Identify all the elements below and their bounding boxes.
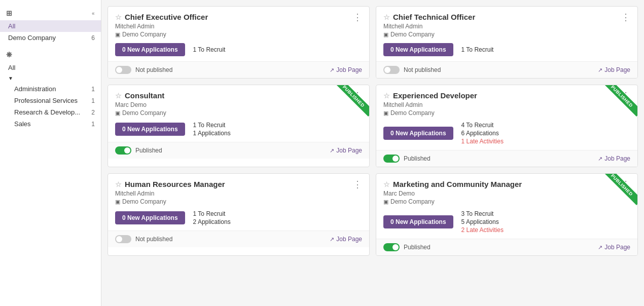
star-icon[interactable]: ☆ bbox=[383, 180, 390, 188]
toggle-area: Published bbox=[383, 243, 431, 251]
job-title: Marketing and Community Manager bbox=[393, 180, 522, 188]
job-title: Chief Executive Officer bbox=[125, 13, 208, 21]
company-building-icon: ▣ bbox=[115, 110, 120, 117]
external-link-icon: ↗ bbox=[330, 67, 334, 73]
more-options-icon[interactable]: ⋮ bbox=[621, 91, 630, 100]
card-body: ☆ Marketing and Community Manager ⋮ Marc… bbox=[376, 174, 637, 239]
card-body: ☆ Experienced Developer ⋮ Mitchell Admin… bbox=[376, 85, 637, 150]
sidebar-item-demo-company[interactable]: Demo Company 6 bbox=[0, 32, 101, 44]
more-options-icon[interactable]: ⋮ bbox=[353, 13, 362, 22]
publish-toggle[interactable] bbox=[115, 146, 131, 155]
more-options-icon[interactable]: ⋮ bbox=[353, 180, 362, 189]
external-link-icon: ↗ bbox=[330, 147, 334, 154]
job-page-label: Job Page bbox=[336, 236, 362, 243]
company-icon: ⊞ bbox=[6, 9, 13, 17]
company-section: ⊞ « All Demo Company 6 bbox=[0, 6, 101, 44]
publish-toggle[interactable] bbox=[115, 235, 131, 243]
job-page-link[interactable]: ↗ Job Page bbox=[330, 147, 362, 154]
more-options-icon[interactable]: ⋮ bbox=[621, 180, 630, 189]
toggle-label: Published bbox=[135, 147, 162, 154]
demo-company-label: Demo Company bbox=[8, 34, 91, 42]
job-page-link[interactable]: ↗ Job Page bbox=[330, 236, 362, 243]
new-applications-button[interactable]: 0 New Applications bbox=[383, 127, 453, 140]
publish-toggle[interactable] bbox=[383, 155, 400, 163]
card-footer: Not published ↗ Job Page bbox=[376, 61, 637, 78]
publish-toggle[interactable] bbox=[383, 243, 400, 251]
card-stats: 1 To Recruit bbox=[461, 46, 494, 53]
sidebar-group-management[interactable]: ▼ bbox=[0, 73, 101, 83]
company-building-icon: ▣ bbox=[115, 199, 120, 205]
job-card-consultant: PUBLISHED ☆ Consultant ⋮ Marc Demo ▣ Dem… bbox=[108, 85, 370, 167]
publish-toggle[interactable] bbox=[115, 66, 131, 74]
more-options-icon[interactable]: ⋮ bbox=[621, 13, 630, 22]
sidebar: ⊞ « All Demo Company 6 ❋ All ▼ Administr… bbox=[0, 0, 101, 306]
card-footer: Published ↗ Job Page bbox=[376, 239, 637, 255]
to-recruit: 1 To Recruit bbox=[193, 210, 231, 217]
card-body: ☆ Human Resources Manager ⋮ Mitchell Adm… bbox=[108, 174, 369, 231]
card-company: ▣ Demo Company bbox=[383, 31, 630, 38]
research-count: 2 bbox=[91, 109, 95, 116]
applications: 1 Applications bbox=[193, 130, 231, 137]
card-person: Mitchell Admin bbox=[115, 23, 362, 30]
card-actions: 0 New Applications 4 To Recruit 6 Applic… bbox=[383, 122, 630, 145]
star-icon[interactable]: ☆ bbox=[115, 180, 122, 188]
card-actions: 0 New Applications 1 To Recruit 2 Applic… bbox=[115, 210, 362, 225]
job-page-link[interactable]: ↗ Job Page bbox=[330, 66, 362, 73]
applications: 5 Applications bbox=[461, 218, 504, 225]
card-footer: Published ↗ Job Page bbox=[108, 142, 369, 159]
sidebar-item-research[interactable]: Research & Develop... 2 bbox=[0, 106, 101, 118]
more-options-icon[interactable]: ⋮ bbox=[353, 91, 362, 100]
job-page-link[interactable]: ↗ Job Page bbox=[598, 66, 630, 73]
job-page-link[interactable]: ↗ Job Page bbox=[598, 155, 630, 162]
company-name: Demo Company bbox=[122, 109, 166, 117]
toggle-label: Not published bbox=[135, 66, 172, 73]
star-icon[interactable]: ☆ bbox=[383, 13, 390, 21]
sidebar-item-sales[interactable]: Sales 1 bbox=[0, 118, 101, 130]
card-title: ☆ Experienced Developer bbox=[383, 91, 477, 100]
star-icon[interactable]: ☆ bbox=[115, 13, 122, 21]
collapse-icon[interactable]: « bbox=[92, 11, 95, 16]
card-company: ▣ Demo Company bbox=[115, 198, 362, 205]
card-company: ▣ Demo Company bbox=[115, 31, 362, 38]
sidebar-item-all-department[interactable]: All bbox=[0, 62, 101, 73]
toggle-area: Not published bbox=[115, 66, 172, 74]
star-icon[interactable]: ☆ bbox=[383, 92, 390, 100]
job-card-marketing: PUBLISHED ☆ Marketing and Community Mana… bbox=[376, 173, 638, 256]
company-section-header: ⊞ « bbox=[0, 6, 101, 20]
new-applications-button[interactable]: 0 New Applications bbox=[383, 43, 453, 56]
publish-toggle[interactable] bbox=[383, 66, 400, 74]
arrow-icon: ▼ bbox=[8, 75, 13, 81]
sidebar-item-professional-services[interactable]: Professional Services 1 bbox=[0, 95, 101, 106]
card-title: ☆ Marketing and Community Manager bbox=[383, 180, 522, 188]
card-title: ☆ Chief Executive Officer bbox=[115, 13, 208, 21]
star-icon[interactable]: ☆ bbox=[115, 92, 122, 100]
sidebar-item-all-company[interactable]: All bbox=[0, 20, 101, 32]
to-recruit: 4 To Recruit bbox=[461, 122, 504, 129]
new-applications-button[interactable]: 0 New Applications bbox=[115, 123, 185, 136]
sidebar-item-administration[interactable]: Administration 1 bbox=[0, 83, 101, 95]
late-activities: 2 Late Activities bbox=[461, 226, 504, 234]
company-name: Demo Company bbox=[390, 31, 435, 38]
new-applications-button[interactable]: 0 New Applications bbox=[115, 43, 185, 56]
job-title: Chief Technical Officer bbox=[393, 13, 475, 21]
toggle-label: Published bbox=[404, 155, 431, 162]
new-applications-button[interactable]: 0 New Applications bbox=[115, 211, 185, 224]
company-name: Demo Company bbox=[122, 31, 166, 38]
card-person: Marc Demo bbox=[383, 190, 630, 197]
prof-services-count: 1 bbox=[91, 97, 95, 104]
all-company-label: All bbox=[8, 22, 95, 30]
company-name: Demo Company bbox=[390, 198, 435, 205]
card-company: ▣ Demo Company bbox=[383, 198, 630, 205]
card-company: ▣ Demo Company bbox=[383, 109, 630, 117]
to-recruit: 1 To Recruit bbox=[461, 46, 494, 53]
card-stats: 3 To Recruit 5 Applications 2 Late Activ… bbox=[461, 210, 504, 234]
sales-label: Sales bbox=[14, 120, 91, 128]
card-company: ▣ Demo Company bbox=[115, 109, 362, 117]
job-page-link[interactable]: ↗ Job Page bbox=[598, 244, 630, 251]
card-stats: 1 To Recruit 2 Applications bbox=[193, 210, 231, 225]
company-name: Demo Company bbox=[390, 109, 435, 117]
new-applications-button[interactable]: 0 New Applications bbox=[383, 215, 453, 228]
job-card-ceo: ☆ Chief Executive Officer ⋮ Mitchell Adm… bbox=[108, 6, 370, 79]
toggle-area: Not published bbox=[383, 66, 441, 74]
job-title: Human Resources Manager bbox=[125, 180, 225, 188]
